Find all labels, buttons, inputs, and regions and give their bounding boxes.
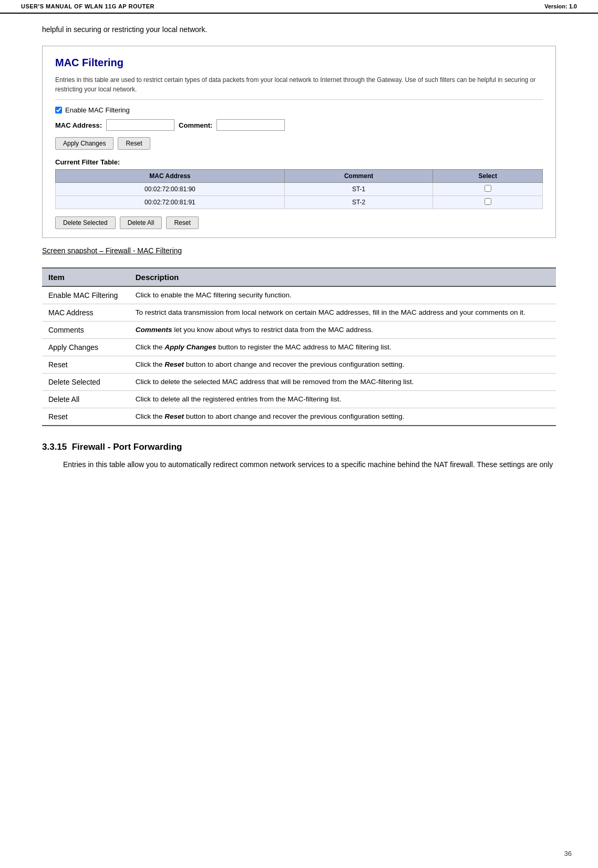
section-paragraph-1: Entries in this table allow you to autom… (63, 459, 556, 470)
desc-table-row: ResetClick the Reset button to abort cha… (42, 408, 556, 426)
enable-mac-row: Enable MAC Filtering (55, 106, 543, 114)
mac-address-label: MAC Address: (55, 121, 102, 129)
desc-item-cell: Apply Changes (42, 339, 129, 356)
desc-table-row: Apply ChangesClick the Apply Changes but… (42, 339, 556, 356)
desc-description-cell: Comments let you know about whys to rest… (129, 322, 556, 339)
desc-table-row: MAC AddressTo restrict data transmission… (42, 304, 556, 322)
desc-description-cell: Click the Apply Changes button to regist… (129, 339, 556, 356)
description-table: Item Description Enable MAC FilteringCli… (42, 267, 556, 426)
comment-cell: ST-1 (284, 183, 433, 196)
mac-filter-title: MAC Filtering (55, 57, 543, 69)
snapshot-caption: Screen snapshot – Firewall - MAC Filteri… (42, 246, 556, 255)
desc-description-cell: To restrict data transmission from local… (129, 304, 556, 322)
main-content: helpful in securing or restricting your … (0, 14, 598, 494)
page-number: 36 (564, 850, 572, 857)
desc-description-cell: Click the Reset button to abort change a… (129, 408, 556, 426)
row-checkbox[interactable] (484, 185, 491, 192)
reset-button[interactable]: Reset (118, 137, 150, 150)
intro-paragraph: helpful in securing or restricting your … (42, 24, 556, 35)
col-mac-address: MAC Address (56, 170, 285, 183)
mac-cell: 00:02:72:00:81:90 (56, 183, 285, 196)
bottom-reset-button[interactable]: Reset (166, 216, 198, 229)
desc-table-row: ResetClick the Reset button to abort cha… (42, 356, 556, 374)
filter-table: MAC Address Comment Select 00:02:72:00:8… (55, 169, 543, 209)
delete-all-button[interactable]: Delete All (120, 216, 162, 229)
mac-address-row: MAC Address: Comment: (55, 119, 543, 131)
row-checkbox[interactable] (484, 198, 491, 205)
desc-item-cell: MAC Address (42, 304, 129, 322)
delete-selected-button[interactable]: Delete Selected (55, 216, 116, 229)
desc-item-cell: Comments (42, 322, 129, 339)
page-header: USER'S MANUAL OF WLAN 11G AP ROUTER Vers… (0, 0, 598, 14)
apply-reset-buttons: Apply Changes Reset (55, 137, 543, 150)
mac-filter-section: MAC Filtering Entries in this table are … (42, 46, 556, 238)
desc-item-cell: Reset (42, 356, 129, 374)
desc-table-row: Enable MAC FilteringClick to enable the … (42, 286, 556, 304)
desc-item-cell: Reset (42, 408, 129, 426)
mac-cell: 00:02:72:00:81:91 (56, 196, 285, 209)
table-row: 00:02:72:00:81:90ST-1 (56, 183, 543, 196)
desc-description-cell: Click to enable the MAC filtering securi… (129, 286, 556, 304)
desc-description-cell: Click to delete the selected MAC address… (129, 374, 556, 391)
table-row: 00:02:72:00:81:91ST-2 (56, 196, 543, 209)
comment-input[interactable] (216, 119, 285, 131)
comment-label: Comment: (179, 121, 212, 129)
comment-cell: ST-2 (284, 196, 433, 209)
section-number: 3.3.15 (42, 442, 67, 452)
mac-address-input[interactable] (106, 119, 174, 131)
select-cell[interactable] (433, 183, 543, 196)
section-title: Firewall - Port Forwarding (72, 442, 182, 452)
apply-changes-button[interactable]: Apply Changes (55, 137, 114, 150)
desc-table-item-header: Item (42, 268, 129, 286)
desc-item-cell: Delete All (42, 391, 129, 408)
current-filter-label: Current Filter Table: (55, 158, 543, 166)
mac-filter-description: Entries in this table are used to restri… (55, 75, 543, 100)
select-cell[interactable] (433, 196, 543, 209)
manual-title: USER'S MANUAL OF WLAN 11G AP ROUTER (21, 3, 154, 9)
version: Version: 1.0 (544, 3, 577, 9)
enable-mac-label: Enable MAC Filtering (65, 106, 130, 114)
col-select: Select (433, 170, 543, 183)
desc-table-desc-header: Description (129, 268, 556, 286)
enable-mac-checkbox[interactable] (55, 107, 62, 113)
col-comment: Comment (284, 170, 433, 183)
desc-item-cell: Enable MAC Filtering (42, 286, 129, 304)
bottom-buttons: Delete Selected Delete All Reset (55, 216, 543, 229)
desc-description-cell: Click the Reset button to abort change a… (129, 356, 556, 374)
section-heading: 3.3.15 Firewall - Port Forwarding (42, 442, 556, 452)
desc-table-row: Delete AllClick to delete all the regist… (42, 391, 556, 408)
desc-item-cell: Delete Selected (42, 374, 129, 391)
desc-table-row: Delete SelectedClick to delete the selec… (42, 374, 556, 391)
desc-table-row: CommentsComments let you know about whys… (42, 322, 556, 339)
desc-description-cell: Click to delete all the registered entri… (129, 391, 556, 408)
page-footer: 36 (564, 850, 572, 857)
